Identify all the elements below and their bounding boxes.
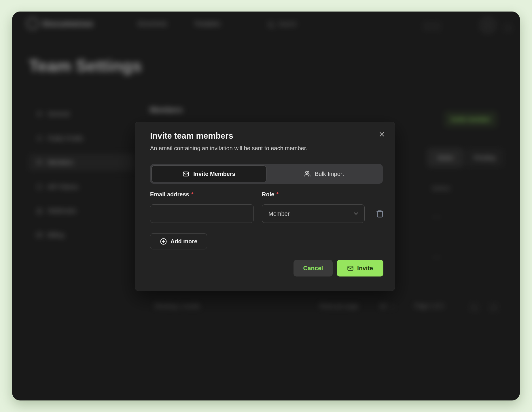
- invite-button-label: Invite: [357, 265, 373, 272]
- role-label: Role*: [262, 191, 279, 198]
- close-icon[interactable]: [377, 129, 387, 139]
- role-select[interactable]: Member: [262, 204, 365, 223]
- tab-bulk-import[interactable]: Bulk Import: [266, 165, 381, 182]
- required-marker: *: [276, 191, 279, 197]
- cancel-button[interactable]: Cancel: [294, 260, 333, 276]
- required-marker: *: [191, 191, 194, 197]
- tab-label: Invite Members: [193, 171, 235, 177]
- remove-row-button[interactable]: [374, 207, 386, 220]
- add-more-button[interactable]: Add more: [150, 233, 207, 249]
- email-address-label: Email address*: [150, 191, 193, 198]
- mail-icon: [347, 265, 354, 272]
- chevron-down-icon: [353, 210, 359, 217]
- trash-icon: [376, 209, 384, 218]
- invite-team-members-dialog: Invite team members An email containing …: [135, 122, 395, 291]
- dialog-title: Invite team members: [150, 131, 233, 141]
- tab-label: Bulk Import: [315, 171, 344, 177]
- mail-icon: [183, 171, 189, 177]
- email-field[interactable]: [150, 204, 254, 223]
- tab-invite-members[interactable]: Invite Members: [152, 165, 266, 182]
- users-icon: [304, 170, 311, 177]
- add-more-label: Add more: [171, 238, 197, 245]
- dialog-subtitle: An email containing an invitation will b…: [150, 145, 307, 152]
- plus-circle-icon: [160, 238, 167, 245]
- invite-mode-tabbar: Invite Members Bulk Import: [150, 164, 383, 184]
- role-selected-value: Member: [268, 210, 353, 217]
- invite-button[interactable]: Invite: [337, 260, 383, 276]
